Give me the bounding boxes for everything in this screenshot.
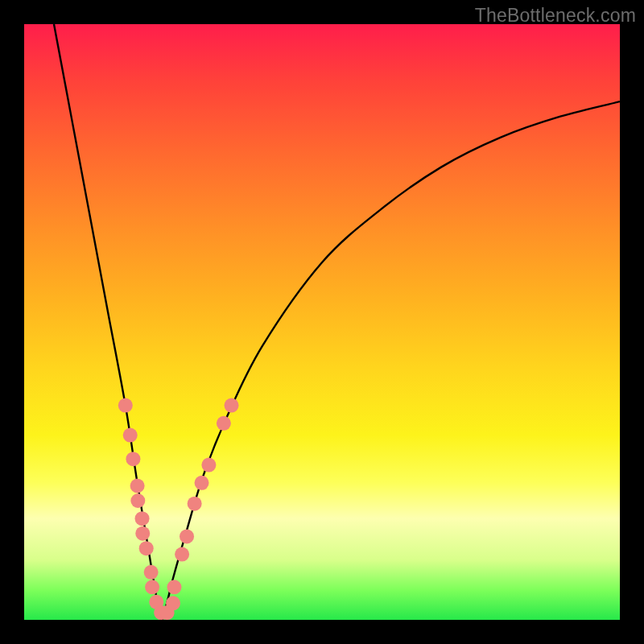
marker-point: [175, 547, 189, 562]
marker-point: [144, 565, 159, 580]
marker-point: [188, 497, 202, 511]
marker-point: [145, 580, 159, 594]
marker-point: [167, 580, 181, 594]
chart-frame: TheBottleneck.com: [0, 0, 644, 644]
marker-point: [139, 541, 154, 555]
watermark-text: TheBottleneck.com: [475, 5, 636, 27]
marker-point: [166, 596, 180, 610]
marker-point: [201, 458, 216, 473]
marker-point: [126, 452, 140, 466]
marker-point: [180, 529, 194, 543]
marker-point: [130, 479, 145, 493]
marker-point: [195, 476, 209, 490]
marker-point: [135, 526, 150, 541]
marker-point: [130, 493, 145, 508]
marker-point: [225, 398, 239, 413]
marker-point: [118, 398, 133, 413]
plot-area: [24, 24, 620, 620]
marker-point: [123, 428, 138, 443]
marker-point: [135, 511, 150, 526]
marker-point: [217, 416, 231, 431]
chart-svg: [24, 24, 620, 620]
